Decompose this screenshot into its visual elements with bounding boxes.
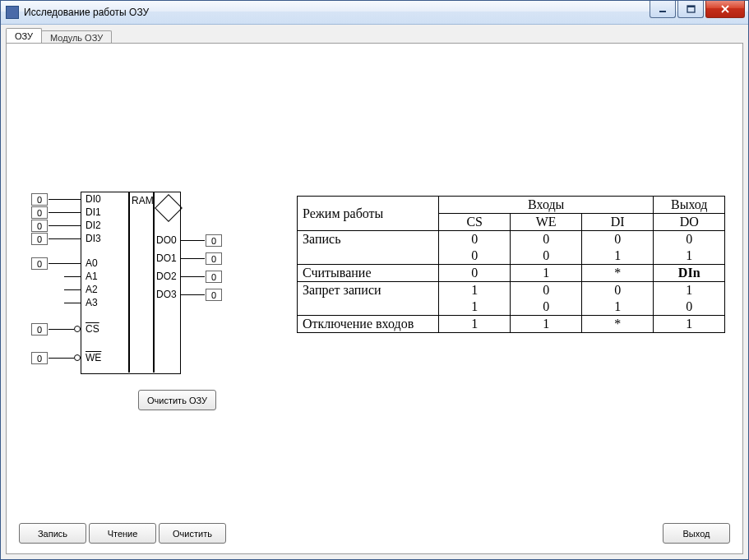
tab-page: RAM 0 DI0 0 DI1 0 DI2 0 DI3 0 A0 A1 A2 [6, 43, 743, 554]
maximize-icon [687, 5, 696, 14]
wire-do2 [180, 276, 205, 277]
tab-strip: ОЗУ Модуль ОЗУ [1, 25, 748, 43]
input-a0[interactable]: 0 [31, 257, 48, 270]
label-do3: DO3 [156, 289, 177, 300]
window-title: Исследование работы ОЗУ [24, 7, 650, 18]
clear-button[interactable]: Очистить [159, 523, 226, 544]
app-window: Исследование работы ОЗУ ОЗУ Модуль ОЗУ R… [0, 0, 749, 560]
cell: 0 [511, 282, 582, 299]
svg-rect-2 [687, 6, 695, 7]
th-mode: Режим работы [298, 197, 439, 231]
cell: * [582, 316, 654, 333]
label-di1: DI1 [86, 206, 101, 218]
cell: 1 [582, 299, 654, 316]
output-do3: 0 [206, 289, 222, 301]
th-do: DO [654, 214, 725, 231]
output-do0: 0 [206, 234, 222, 247]
cell: DIn [654, 265, 725, 282]
label-do0: DO0 [156, 234, 177, 246]
titlebar: Исследование работы ОЗУ [1, 1, 748, 25]
input-di1[interactable]: 0 [31, 206, 48, 219]
wire-a2 [64, 289, 81, 290]
th-output: Выход [654, 197, 725, 214]
cell: 1 [582, 248, 654, 265]
cell: 0 [439, 231, 511, 248]
cell-mode-empty2 [298, 299, 439, 316]
cell: 1 [439, 282, 511, 299]
cell: 1 [439, 316, 511, 333]
cell: 0 [582, 231, 654, 248]
label-do2: DO2 [156, 271, 177, 282]
close-button[interactable] [705, 1, 745, 18]
cell: 0 [654, 299, 725, 316]
label-a0: A0 [86, 257, 98, 269]
ram-sep1 [128, 192, 130, 373]
maximize-button[interactable] [677, 1, 704, 18]
cell: 1 [511, 316, 582, 333]
truth-table-table: Режим работы Входы Выход CS WE DI DO Зап… [297, 196, 725, 333]
cell: 1 [654, 316, 725, 333]
clear-ram-button[interactable]: Очистить ОЗУ [138, 390, 216, 410]
wire-a0 [49, 263, 81, 264]
wire-di1 [49, 212, 81, 213]
close-icon [720, 4, 730, 14]
input-di3[interactable]: 0 [31, 233, 48, 245]
wire-di0 [49, 199, 81, 200]
label-di2: DI2 [86, 220, 101, 231]
wire-cs [49, 329, 74, 330]
output-do1: 0 [206, 252, 222, 265]
input-cs[interactable]: 0 [31, 323, 48, 336]
minimize-icon [659, 5, 668, 14]
wire-do1 [180, 258, 205, 259]
wire-do3 [180, 294, 205, 295]
output-do2: 0 [206, 271, 222, 283]
window-buttons [650, 1, 748, 24]
cell-mode-write: Запись [298, 231, 439, 248]
cell-mode-empty [298, 248, 439, 265]
cs-invert-circle-icon [74, 326, 81, 332]
cell-mode-writeprotect: Запрет записи [298, 282, 439, 299]
cell: * [582, 265, 654, 282]
cell: 0 [654, 231, 725, 248]
we-invert-circle-icon [74, 354, 81, 361]
cell: 0 [439, 265, 511, 282]
input-di2[interactable]: 0 [31, 220, 48, 232]
cell: 0 [511, 248, 582, 265]
cell-mode-disable: Отключение входов [298, 316, 439, 333]
cell: 1 [654, 248, 725, 265]
svg-rect-0 [659, 11, 666, 12]
label-a3: A3 [86, 297, 98, 308]
ram-sep2 [153, 192, 155, 373]
cell: 1 [439, 299, 511, 316]
label-a2: A2 [86, 284, 98, 295]
input-di0[interactable]: 0 [31, 193, 48, 206]
th-cs: CS [439, 214, 511, 231]
wire-di2 [49, 225, 81, 226]
cell-mode-read: Считывание [298, 265, 439, 282]
cell: 0 [582, 282, 654, 299]
wire-do0 [180, 240, 205, 241]
read-button[interactable]: Чтение [89, 523, 156, 544]
label-di0: DI0 [86, 193, 101, 205]
ram-title: RAM [132, 195, 154, 206]
tab-ozu[interactable]: ОЗУ [6, 28, 42, 44]
th-di: DI [582, 214, 654, 231]
app-icon [6, 6, 19, 19]
cell: 1 [511, 265, 582, 282]
label-a1: A1 [86, 271, 98, 282]
wire-a1 [64, 276, 81, 277]
th-we: WE [511, 214, 582, 231]
label-cs: CS [86, 323, 99, 335]
minimize-button[interactable] [650, 1, 676, 18]
input-we[interactable]: 0 [31, 352, 48, 364]
cell: 0 [511, 299, 582, 316]
wire-di3 [49, 238, 81, 239]
th-inputs: Входы [439, 197, 654, 214]
wire-a3 [64, 303, 81, 303]
exit-button[interactable]: Выход [663, 523, 730, 544]
label-di3: DI3 [86, 233, 101, 244]
label-do1: DO1 [156, 252, 177, 264]
write-button[interactable]: Запись [19, 523, 86, 544]
cell: 1 [654, 282, 725, 299]
wire-we [49, 358, 74, 359]
